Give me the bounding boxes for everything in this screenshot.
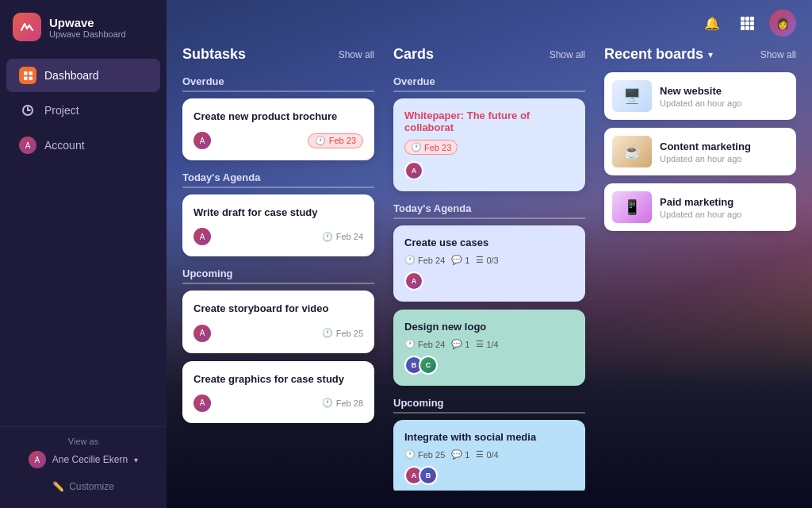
- board-info-website: New website Updated an hour ago: [660, 85, 788, 108]
- svg-rect-2: [24, 76, 28, 80]
- kanban-comments-logo: 💬 1: [451, 339, 469, 349]
- kanban-card-usecases[interactable]: Create use cases 🕐 Feb 24 💬 1 ☰ 0/3 A: [393, 225, 585, 302]
- kanban-title-usecases: Create use cases: [404, 237, 574, 248]
- kanban-meta-usecases: 🕐 Feb 24 💬 1 ☰ 0/3: [404, 255, 574, 265]
- cards-column: Cards Show all Overdue Whitepaper: The f…: [384, 46, 595, 491]
- board-info-paid: Paid marketing Updated an hour ago: [660, 196, 788, 219]
- sidebar-item-dashboard[interactable]: Dashboard: [6, 59, 160, 92]
- kanban-date-social: 🕐 Feb 25: [404, 449, 445, 460]
- kanban-meta-social: 🕐 Feb 25 💬 1 ☰ 0/4: [404, 449, 574, 460]
- kanban-avatar-u1: A: [404, 271, 423, 291]
- sidebar-item-account[interactable]: A Account: [6, 129, 160, 162]
- subtask-date-storyboard: 🕐 Feb 25: [322, 328, 363, 338]
- board-thumb-content: ☕: [612, 136, 652, 167]
- recent-boards-header: Recent boards ▾ Show all: [604, 46, 796, 63]
- kanban-avatars-logo: B C: [404, 356, 574, 375]
- cards-header: Cards Show all: [393, 46, 585, 63]
- kanban-avatar-s2: B: [419, 466, 438, 485]
- subtask-avatar-3: A: [193, 325, 211, 342]
- board-item-paid[interactable]: 📱 Paid marketing Updated an hour ago: [604, 183, 796, 231]
- cards-upcoming-label: Upcoming: [393, 394, 585, 414]
- subtasks-overdue-label: Overdue: [182, 72, 374, 92]
- sidebar-item-account-label: Account: [44, 139, 85, 152]
- subtask-avatar-1: A: [193, 132, 211, 149]
- kanban-title-whitepaper: Whitepaper: The future of collaborat: [404, 110, 574, 133]
- kanban-comments-usecases: 💬 1: [451, 255, 469, 265]
- kanban-comments-social: 💬 1: [451, 449, 469, 460]
- app-sub: Upwave Dashboard: [49, 29, 126, 39]
- kanban-card-logo[interactable]: Design new logo 🕐 Feb 24 💬 1 ☰ 1/4 B: [393, 310, 585, 386]
- sidebar-item-dashboard-label: Dashboard: [44, 69, 99, 82]
- sidebar-bottom: View as A Ane Cecilie Ekern ▾ ✏️ Customi…: [0, 426, 167, 508]
- kanban-date-whitepaper: 🕐 Feb 23: [404, 140, 458, 155]
- project-icon: [19, 102, 36, 119]
- sidebar-nav: Dashboard Project A Account: [0, 51, 167, 426]
- svg-rect-0: [24, 71, 28, 75]
- kanban-date-text-usecases: Feb 24: [418, 256, 445, 265]
- recent-boards-title: Recent boards: [604, 46, 703, 63]
- subtask-date-text-2: Feb 24: [336, 232, 363, 241]
- view-as-label: View as: [13, 437, 154, 446]
- svg-rect-9: [745, 21, 749, 25]
- sidebar-item-project[interactable]: Project: [6, 94, 160, 127]
- cards-show-all[interactable]: Show all: [550, 49, 585, 60]
- user-avatar-small: A: [29, 451, 46, 468]
- logo-text: Upwave Upwave Dashboard: [49, 16, 126, 39]
- subtask-date-overdue: 🕐 Feb 23: [308, 133, 363, 148]
- svg-rect-11: [741, 26, 745, 30]
- svg-rect-12: [745, 26, 749, 30]
- grid-icon[interactable]: [734, 10, 760, 36]
- board-item-website[interactable]: 🖥️ New website Updated an hour ago: [604, 72, 796, 120]
- subtasks-header: Subtasks Show all: [182, 46, 374, 63]
- board-item-content[interactable]: ☕ Content marketing Updated an hour ago: [604, 128, 796, 175]
- subtask-footer-draft: A 🕐 Feb 24: [193, 228, 363, 245]
- sidebar-item-project-label: Project: [44, 104, 79, 117]
- clock-icon-4: 🕐: [322, 398, 333, 408]
- subtask-card-draft[interactable]: Write draft for case study A 🕐 Feb 24: [182, 194, 374, 256]
- board-name-website: New website: [660, 85, 788, 97]
- clock-icon-5: 🕐: [411, 142, 422, 152]
- kanban-date-text-logo: Feb 24: [418, 340, 445, 349]
- kanban-card-whitepaper[interactable]: Whitepaper: The future of collaborat 🕐 F…: [393, 98, 585, 191]
- recent-boards-show-all[interactable]: Show all: [760, 49, 796, 60]
- svg-rect-6: [745, 17, 749, 21]
- subtask-title-brochure: Create new product brochure: [193, 110, 363, 124]
- board-info-content: Content marketing Updated an hour ago: [660, 140, 788, 164]
- customize-label: Customize: [69, 481, 114, 492]
- kanban-avatars-usecases: A: [404, 271, 574, 291]
- subtask-title-graphics: Create graphics for case study: [193, 372, 363, 387]
- user-avatar-topbar[interactable]: 👩: [769, 10, 796, 37]
- recent-boards-title-wrap: Recent boards ▾: [604, 46, 713, 63]
- cards-today-label: Today's Agenda: [393, 199, 585, 219]
- subtask-footer-graphics: A 🕐 Feb 28: [193, 394, 363, 412]
- subtask-card-brochure[interactable]: Create new product brochure A 🕐 Feb 23: [182, 98, 374, 160]
- svg-rect-8: [741, 21, 745, 25]
- pencil-icon: ✏️: [52, 481, 64, 492]
- subtask-date-text-3: Feb 25: [336, 329, 363, 338]
- subtask-date-text-4: Feb 28: [336, 398, 363, 408]
- subtasks-show-all[interactable]: Show all: [339, 49, 374, 60]
- clock-icon-2: 🕐: [322, 232, 333, 242]
- clock-icon-3: 🕐: [322, 328, 333, 338]
- customize-button[interactable]: ✏️ Customize: [13, 475, 154, 498]
- board-thumb-paid: 📱: [612, 191, 652, 223]
- dashboard-icon: [19, 67, 36, 84]
- subtasks-upcoming-label: Upcoming: [182, 264, 374, 284]
- kanban-meta-logo: 🕐 Feb 24 💬 1 ☰ 1/4: [404, 339, 574, 349]
- kanban-card-social[interactable]: Integrate with social media 🕐 Feb 25 💬 1…: [393, 420, 585, 491]
- subtask-card-storyboard[interactable]: Create storyboard for video A 🕐 Feb 25: [182, 291, 374, 352]
- board-updated-content: Updated an hour ago: [660, 154, 788, 164]
- subtask-card-graphics[interactable]: Create graphics for case study A 🕐 Feb 2…: [182, 361, 374, 423]
- notification-icon[interactable]: 🔔: [699, 10, 725, 36]
- subtasks-today-label: Today's Agenda: [182, 168, 374, 188]
- logo-area: Upwave Upwave Dashboard: [0, 0, 167, 51]
- subtasks-column: Subtasks Show all Overdue Create new pro…: [182, 46, 384, 491]
- kanban-meta-whitepaper: 🕐 Feb 23: [404, 140, 574, 155]
- clock-icon-1: 🕐: [315, 136, 326, 146]
- svg-rect-1: [29, 71, 33, 75]
- clock-icon-6: 🕐: [404, 255, 416, 265]
- subtasks-title: Subtasks: [182, 46, 246, 63]
- dropdown-icon: ▾: [134, 456, 138, 464]
- kanban-date-text-social: Feb 25: [418, 450, 445, 460]
- view-as-user[interactable]: A Ane Cecilie Ekern ▾: [13, 451, 154, 468]
